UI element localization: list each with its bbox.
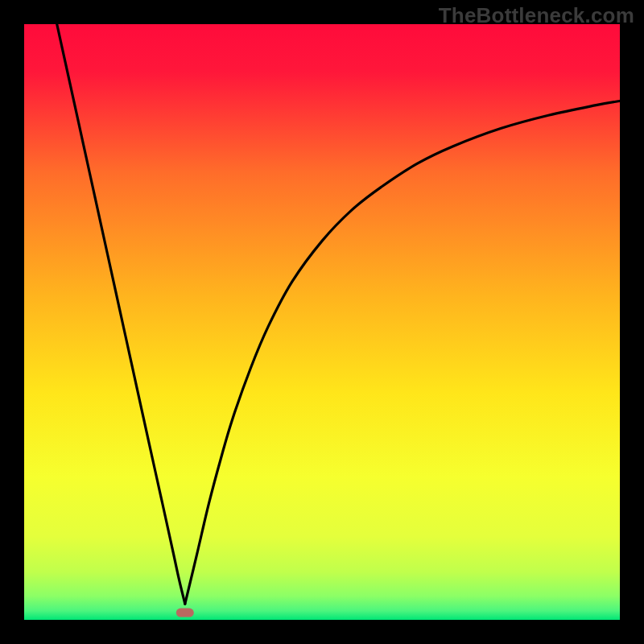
chart-frame: TheBottleneck.com	[0, 0, 644, 644]
watermark-text: TheBottleneck.com	[439, 3, 634, 28]
min-marker	[176, 609, 194, 617]
plot-area	[24, 24, 620, 620]
min-marker-group	[176, 609, 194, 617]
gradient-background	[24, 24, 620, 620]
chart-svg	[24, 24, 620, 620]
